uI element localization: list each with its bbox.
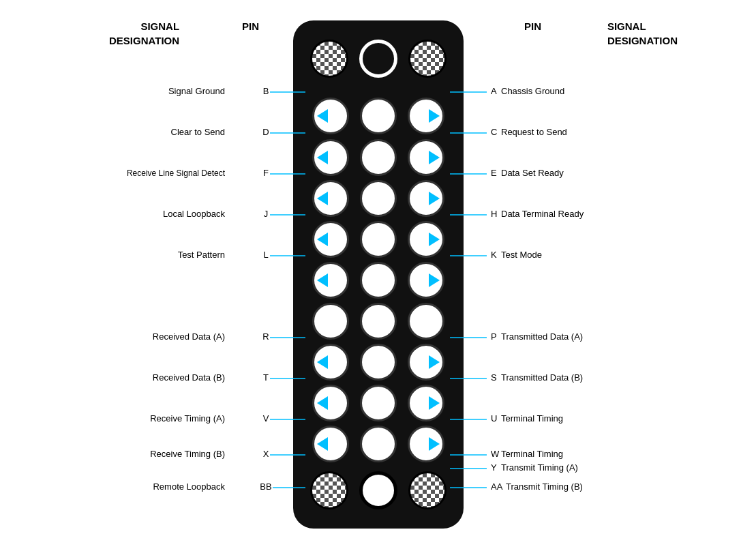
- header-right-pin: PIN: [524, 19, 541, 33]
- pin-label-H: H: [491, 209, 497, 219]
- pin-label-R: R: [262, 331, 269, 342]
- pin-top-left: [310, 40, 348, 78]
- pin-center-2: [360, 139, 397, 176]
- label-data-terminal-ready: Data Terminal Ready: [501, 209, 584, 219]
- pin-bottom-right: [408, 471, 447, 509]
- pin-label-T: T: [263, 372, 269, 383]
- header-right-signal: SIGNALDESIGNATION: [607, 19, 678, 48]
- pin-C: [408, 139, 444, 176]
- pin-E: [408, 180, 444, 217]
- pin-label-F: F: [263, 168, 269, 178]
- connector-body: [293, 20, 464, 529]
- pin-top-center: [359, 40, 397, 78]
- pin-K: [408, 262, 444, 299]
- pin-center-7: [360, 344, 397, 381]
- label-transmitted-data-b: Transmitted Data (B): [501, 372, 583, 383]
- label-clear-to-send: Clear to Send: [171, 127, 226, 137]
- pin-label-D: D: [262, 127, 269, 137]
- pin-label-B: B: [263, 86, 269, 96]
- pin-top-right: [408, 40, 447, 78]
- pin-T: [312, 385, 349, 421]
- pin-center-9: [360, 426, 397, 462]
- pin-empty-left-6: [312, 303, 349, 340]
- label-receive-timing-b: Receive Timing (B): [150, 449, 225, 459]
- pin-H: [408, 221, 444, 258]
- pin-P: [408, 344, 444, 381]
- pin-label-X: X: [263, 449, 269, 459]
- pin-label-L: L: [263, 250, 268, 260]
- pin-bottom-center: [359, 471, 397, 509]
- pin-F: [312, 180, 349, 217]
- pin-label-S: S: [491, 372, 497, 383]
- label-chassis-ground: Chassis Ground: [501, 86, 564, 96]
- pin-center-3: [360, 180, 397, 217]
- label-terminal-timing-u: Terminal Timing: [501, 413, 563, 424]
- label-signal-ground: Signal Ground: [168, 86, 225, 96]
- label-receive-timing-a: Receive Timing (A): [150, 413, 225, 424]
- label-request-to-send: Request to Send: [501, 127, 567, 137]
- label-rlsd: Receive Line Signal Detect: [127, 168, 226, 178]
- pin-center-8: [360, 385, 397, 421]
- pin-label-K: K: [491, 250, 497, 260]
- pin-label-E: E: [491, 168, 497, 178]
- pin-label-P: P: [491, 331, 497, 342]
- label-transmitted-data-a: Transmitted Data (A): [501, 331, 583, 342]
- label-test-pattern: Test Pattern: [178, 250, 225, 260]
- label-data-set-ready: Data Set Ready: [501, 168, 564, 178]
- pin-center-1: [360, 98, 397, 134]
- pin-label-W: W: [491, 449, 500, 459]
- label-received-data-a: Received Data (A): [153, 331, 225, 342]
- pin-label-Y: Y: [491, 462, 497, 473]
- pin-R: [312, 344, 349, 381]
- diagram-container: SIGNALDESIGNATION PIN PIN SIGNALDESIGNAT…: [0, 0, 756, 549]
- pin-center-6: [360, 303, 397, 340]
- label-test-mode: Test Mode: [501, 250, 542, 260]
- label-remote-loopback: Remote Loopback: [153, 481, 225, 492]
- pin-L: [312, 262, 349, 299]
- pin-empty-right-6: [408, 303, 444, 340]
- pin-label-V: V: [263, 413, 269, 424]
- pin-V: [312, 426, 349, 462]
- pin-B: [312, 98, 349, 134]
- label-transmit-timing-a: Transmit Timing (A): [501, 462, 578, 473]
- pin-label-J: J: [264, 209, 269, 219]
- pin-S: [408, 385, 444, 421]
- label-local-loopback: Local Loopback: [163, 209, 226, 219]
- header-left-pin: PIN: [242, 19, 259, 33]
- pin-label-A: A: [491, 86, 497, 96]
- pin-label-AA: AA: [491, 481, 503, 492]
- pin-U: [408, 426, 444, 462]
- pin-label-C: C: [491, 127, 497, 137]
- pin-center-4: [360, 221, 397, 258]
- pin-label-U: U: [491, 413, 497, 424]
- pin-D: [312, 139, 349, 176]
- label-received-data-b: Received Data (B): [153, 372, 225, 383]
- label-transmit-timing-b: Transmit Timing (B): [506, 481, 583, 492]
- pin-center-5: [360, 262, 397, 299]
- pin-bottom-left: [310, 471, 348, 509]
- pin-label-BB: BB: [260, 481, 271, 492]
- pin-A: [408, 98, 444, 134]
- label-terminal-timing-w: Terminal Timing: [501, 449, 563, 459]
- header-left-signal: SIGNALDESIGNATION: [109, 19, 179, 48]
- pin-J: [312, 221, 349, 258]
